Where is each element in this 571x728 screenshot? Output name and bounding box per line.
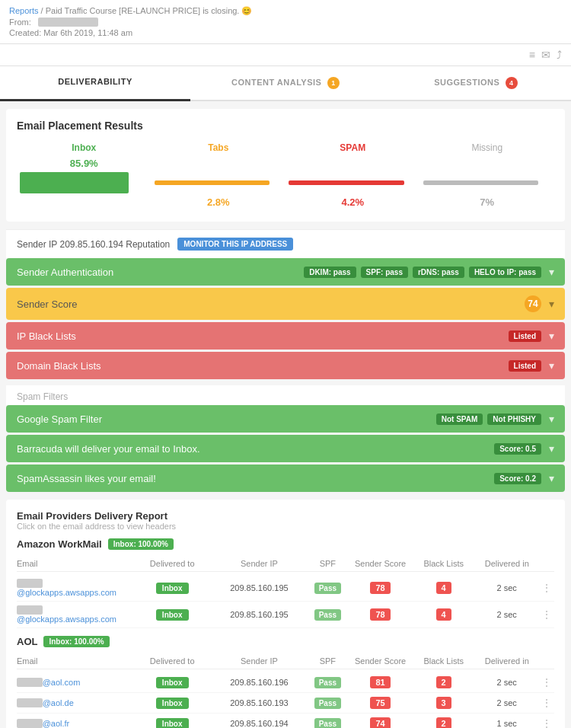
row-menu-dots[interactable]: ⋮ bbox=[538, 608, 554, 621]
from-email-blurred bbox=[38, 18, 98, 27]
row-blacklist: 2 bbox=[412, 678, 475, 687]
table-row[interactable]: @aol.com Inbox 209.85.160.196 Pass 81 2 … bbox=[17, 672, 554, 693]
tabs-bar: DELIVERABILITY CONTENT ANALYSIS 1 SUGGES… bbox=[0, 66, 571, 101]
th-score-0: Sender Score bbox=[349, 559, 412, 568]
dkim-badge: DKIM: pass bbox=[304, 267, 356, 278]
breadcrumb-parent[interactable]: Reports bbox=[9, 6, 39, 15]
placement-percentages: 85.9% bbox=[17, 158, 554, 169]
row-ip: 209.85.160.195 bbox=[212, 583, 307, 592]
row-spf: Pass bbox=[307, 610, 349, 619]
spam-pct bbox=[286, 158, 420, 169]
row-blacklist: 3 bbox=[412, 698, 475, 707]
row-delivered: Inbox bbox=[132, 583, 212, 592]
th-spf-1: SPF bbox=[307, 656, 349, 666]
sender-score-label: Sender Score bbox=[17, 299, 78, 310]
monitor-ip-button[interactable]: MONITOR THIS IP ADDRESS bbox=[177, 238, 293, 251]
row-delivered-in: 2 sec bbox=[475, 583, 538, 592]
spam-bar bbox=[289, 180, 404, 185]
google-spam-chevron: ▾ bbox=[549, 413, 554, 425]
row-blacklist: 4 bbox=[412, 583, 475, 592]
delivery-report-section: Email Providers Delivery Report Click on… bbox=[6, 500, 565, 728]
row-delivered: Inbox bbox=[132, 719, 212, 728]
th-deliveredin-1: Delivered in bbox=[475, 656, 538, 666]
row-menu-dots[interactable]: ⋮ bbox=[538, 676, 554, 688]
email-icon[interactable]: ✉ bbox=[541, 49, 550, 61]
top-bar: Reports / Paid Traffic Course [RE-LAUNCH… bbox=[0, 0, 571, 44]
th-delivered-1: Delivered to bbox=[132, 656, 212, 666]
check-rows-container: Sender Authentication DKIM: pass SPF: pa… bbox=[6, 258, 565, 379]
row-blacklist: 4 bbox=[412, 610, 475, 619]
not-spam-badge: Not SPAM bbox=[436, 413, 483, 425]
ip-blacklists-chevron: ▾ bbox=[549, 330, 554, 342]
amazon-workmail-table-header: Email Delivered to Sender IP SPF Sender … bbox=[17, 556, 554, 572]
spamassassin-row[interactable]: SpamAssassin likes your email! Score: 0.… bbox=[6, 465, 565, 492]
email-placement-section: Email Placement Results Inbox Tabs SPAM … bbox=[6, 109, 565, 222]
ip-blacklists-row[interactable]: IP Black Lists Listed ▾ bbox=[6, 322, 565, 350]
row-email[interactable]: @aol.com bbox=[17, 678, 132, 687]
row-score: 78 bbox=[349, 610, 412, 619]
domain-blacklists-label: Domain Black Lists bbox=[17, 360, 101, 372]
row-menu-dots[interactable]: ⋮ bbox=[538, 582, 554, 594]
tab-suggestions[interactable]: SUGGESTIONS 4 bbox=[381, 66, 571, 100]
tabs-header: Tabs bbox=[152, 142, 286, 153]
tab-deliverability[interactable]: DELIVERABILITY bbox=[0, 66, 190, 101]
sender-auth-row[interactable]: Sender Authentication DKIM: pass SPF: pa… bbox=[6, 258, 565, 286]
sender-auth-chevron: ▾ bbox=[549, 266, 554, 278]
domain-blacklists-chevron: ▾ bbox=[549, 359, 554, 372]
ip-blacklists-label: IP Black Lists bbox=[17, 330, 76, 342]
missing-header: Missing bbox=[420, 142, 555, 153]
row-spf: Pass bbox=[307, 698, 349, 707]
table-row[interactable]: @glockapps.awsapps.com Inbox 209.85.160.… bbox=[17, 602, 554, 628]
delivery-report-subtitle: Click on the email address to view heade… bbox=[17, 522, 554, 531]
spam-filter-rows: Google Spam Filter Not SPAM Not PHISHY ▾… bbox=[6, 405, 565, 492]
row-email[interactable]: @aol.de bbox=[17, 698, 132, 707]
barracuda-label: Barracuda will deliver your email to Inb… bbox=[17, 443, 200, 455]
row-menu-dots[interactable]: ⋮ bbox=[538, 717, 554, 728]
sender-score-row[interactable]: Sender Score 74 ▾ bbox=[6, 288, 565, 320]
spamassassin-label: SpamAssassin likes your email! bbox=[17, 473, 156, 484]
tab-content-analysis[interactable]: CONTENT ANALYSIS 1 bbox=[190, 66, 381, 100]
spamassassin-chevron: ▾ bbox=[549, 472, 554, 484]
domain-blacklists-row[interactable]: Domain Black Lists Listed ▾ bbox=[6, 352, 565, 379]
menu-icon[interactable]: ≡ bbox=[529, 49, 535, 61]
share-icon[interactable]: ⤴ bbox=[557, 49, 562, 61]
row-delivered-in: 1 sec bbox=[475, 719, 538, 728]
inbox-bar bbox=[20, 172, 129, 193]
aol-header: AOL Inbox: 100.00% bbox=[17, 636, 554, 647]
row-delivered-in: 2 sec bbox=[475, 698, 538, 707]
inbox-pct: 85.9% bbox=[17, 158, 152, 169]
suggestions-badge: 4 bbox=[506, 77, 518, 89]
spam-bar-wrap bbox=[286, 172, 420, 193]
rdns-badge: rDNS: pass bbox=[413, 267, 464, 278]
row-email[interactable]: @glockapps.awsapps.com bbox=[17, 605, 132, 624]
missing-pct-bottom: 7% bbox=[420, 196, 555, 208]
placement-column-headers: Inbox Tabs SPAM Missing bbox=[17, 142, 554, 153]
row-menu-dots[interactable]: ⋮ bbox=[538, 697, 554, 709]
google-spam-row[interactable]: Google Spam Filter Not SPAM Not PHISHY ▾ bbox=[6, 405, 565, 433]
row-email[interactable]: @aol.fr bbox=[17, 719, 132, 728]
row-delivered-in: 2 sec bbox=[475, 610, 538, 619]
inbox-header: Inbox bbox=[17, 142, 152, 153]
ip-blacklists-badge: Listed bbox=[509, 330, 541, 342]
row-email[interactable]: @glockapps.awsapps.com bbox=[17, 579, 132, 597]
th-blacklist-0: Black Lists bbox=[412, 559, 475, 568]
row-spf: Pass bbox=[307, 719, 349, 728]
aol-rows: @aol.com Inbox 209.85.160.196 Pass 81 2 … bbox=[17, 672, 554, 728]
inbox-bar-wrap bbox=[17, 172, 152, 193]
from-label: From: bbox=[9, 18, 31, 27]
placement-bars bbox=[17, 172, 554, 193]
th-deliveredin-0: Delivered in bbox=[475, 559, 538, 568]
amazon-workmail-inbox-badge: Inbox: 100.00% bbox=[108, 538, 174, 550]
table-row[interactable]: @glockapps.awsapps.com Inbox 209.85.160.… bbox=[17, 575, 554, 602]
missing-bar bbox=[423, 180, 539, 185]
row-delivered: Inbox bbox=[132, 610, 212, 619]
tabs-bar bbox=[155, 180, 270, 185]
table-row[interactable]: @aol.de Inbox 209.85.160.193 Pass 75 3 2… bbox=[17, 693, 554, 714]
barracuda-row[interactable]: Barracuda will deliver your email to Inb… bbox=[6, 435, 565, 462]
spf-badge: SPF: pass bbox=[361, 267, 408, 278]
tabs-bar-wrap bbox=[152, 172, 286, 193]
aol-inbox-badge: Inbox: 100.00% bbox=[43, 636, 109, 647]
ip-reputation-section: Sender IP 209.85.160.194 Reputation MONI… bbox=[6, 229, 565, 258]
table-row[interactable]: @aol.fr Inbox 209.85.160.194 Pass 74 2 1… bbox=[17, 714, 554, 728]
spam-header: SPAM bbox=[286, 142, 420, 153]
